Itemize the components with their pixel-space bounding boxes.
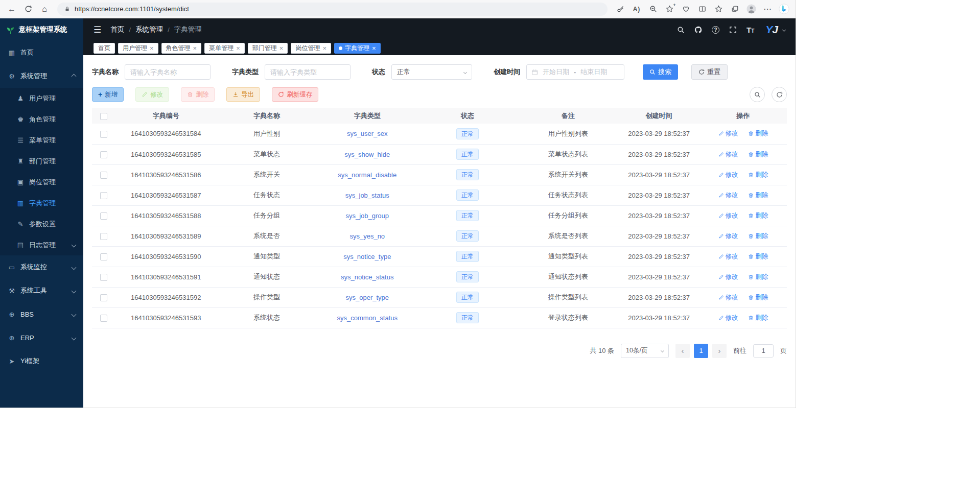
sidebar-item-log[interactable]: ▤ 日志管理 (0, 234, 83, 255)
row-checkbox[interactable] (100, 315, 107, 322)
row-delete-link[interactable]: 删除 (748, 191, 768, 200)
close-icon[interactable]: × (322, 45, 326, 52)
close-icon[interactable]: × (372, 45, 376, 52)
close-icon[interactable]: × (150, 45, 154, 52)
tab-2[interactable]: 角色管理× (161, 43, 202, 54)
sidebar-item-bbs[interactable]: ⊕ BBS (0, 302, 83, 326)
dict-type-link[interactable]: sys_common_status (337, 314, 398, 322)
breadcrumb-item[interactable]: 系统管理 (135, 25, 163, 34)
row-delete-link[interactable]: 删除 (748, 129, 768, 138)
sidebar-item-role[interactable]: ♚ 角色管理 (0, 109, 83, 130)
key-icon[interactable] (613, 2, 628, 17)
tab-5[interactable]: 岗位管理× (291, 43, 331, 54)
zoom-out-icon[interactable] (645, 2, 661, 17)
sidebar-item-yi[interactable]: ➤ Yi框架 (0, 349, 83, 373)
more-icon[interactable]: ⋯ (760, 2, 775, 17)
refresh-table-button[interactable] (772, 87, 787, 102)
sidebar-item-home[interactable]: ▦ 首页 (0, 41, 83, 64)
dict-type-link[interactable]: sys_yes_no (349, 232, 385, 240)
row-delete-link[interactable]: 删除 (748, 211, 768, 220)
collections-icon[interactable] (727, 2, 742, 17)
sidebar-item-monitor[interactable]: ▭ 系统监控 (0, 255, 83, 279)
home-icon[interactable]: ⌂ (37, 2, 52, 17)
search-button[interactable]: 搜索 (643, 64, 678, 80)
essentials-icon[interactable] (678, 2, 693, 17)
dict-type-input[interactable] (265, 64, 351, 80)
row-checkbox[interactable] (100, 233, 107, 240)
row-delete-link[interactable]: 删除 (748, 232, 768, 241)
row-checkbox[interactable] (100, 274, 107, 281)
favorites-icon[interactable] (711, 2, 726, 17)
dict-type-link[interactable]: sys_show_hide (344, 151, 390, 158)
chevron-down-icon[interactable] (782, 28, 786, 31)
row-delete-link[interactable]: 删除 (748, 273, 768, 281)
row-delete-link[interactable]: 删除 (748, 252, 768, 261)
sidebar-item-dict[interactable]: ▥ 字典管理 (0, 193, 83, 213)
profile-avatar[interactable] (743, 2, 759, 17)
back-icon[interactable]: ← (4, 2, 19, 17)
dict-name-input[interactable] (125, 64, 211, 80)
row-edit-link[interactable]: 修改 (718, 252, 738, 261)
delete-button[interactable]: 删除 (181, 87, 215, 102)
row-edit-link[interactable]: 修改 (718, 191, 738, 200)
row-edit-link[interactable]: 修改 (718, 273, 738, 281)
breadcrumb-item[interactable]: 首页 (110, 25, 124, 34)
corner-logo[interactable]: YJ (765, 23, 778, 36)
edit-button[interactable]: 修改 (135, 87, 169, 102)
row-edit-link[interactable]: 修改 (718, 150, 738, 159)
bing-icon[interactable] (776, 2, 791, 17)
read-aloud-icon[interactable]: A) (629, 2, 644, 17)
sidebar-item-menu[interactable]: ☰ 菜单管理 (0, 130, 83, 151)
row-checkbox[interactable] (100, 253, 107, 260)
row-edit-link[interactable]: 修改 (718, 171, 738, 179)
row-delete-link[interactable]: 删除 (748, 150, 768, 159)
tab-3[interactable]: 菜单管理× (204, 43, 245, 54)
tab-4[interactable]: 部门管理× (248, 43, 288, 54)
menu-toggle-icon[interactable]: ☰ (94, 25, 101, 35)
dict-type-link[interactable]: sys_notice_type (343, 253, 391, 260)
dict-type-link[interactable]: sys_job_status (345, 192, 389, 199)
row-delete-link[interactable]: 删除 (748, 171, 768, 179)
next-page-button[interactable]: › (712, 344, 727, 358)
close-icon[interactable]: × (236, 45, 240, 52)
row-checkbox[interactable] (100, 131, 107, 138)
dict-type-link[interactable]: sys_oper_type (345, 294, 389, 301)
dict-type-link[interactable]: sys_notice_status (341, 273, 393, 281)
question-icon[interactable]: ? (712, 26, 719, 34)
sidebar-item-config[interactable]: ✎ 参数设置 (0, 213, 83, 234)
split-screen-icon[interactable] (694, 2, 710, 17)
dict-type-link[interactable]: sys_user_sex (347, 130, 387, 137)
breadcrumb-item[interactable]: 字典管理 (174, 25, 202, 34)
sidebar-item-tools[interactable]: ⚒ 系统工具 (0, 279, 83, 302)
sidebar-item-post[interactable]: ▣ 岗位管理 (0, 172, 83, 193)
row-edit-link[interactable]: 修改 (718, 314, 738, 322)
row-checkbox[interactable] (100, 151, 107, 158)
close-icon[interactable]: × (193, 45, 197, 52)
row-delete-link[interactable]: 删除 (748, 314, 768, 322)
refresh-cache-button[interactable]: 刷新缓存 (272, 87, 318, 102)
sidebar-item-user[interactable]: ♟ 用户管理 (0, 88, 83, 109)
search-icon[interactable] (677, 26, 685, 34)
tab-6[interactable]: 字典管理× (334, 43, 381, 54)
row-edit-link[interactable]: 修改 (718, 232, 738, 241)
tab-1[interactable]: 用户管理× (118, 43, 158, 54)
select-all-checkbox[interactable] (100, 113, 107, 120)
font-size-icon[interactable]: TT (746, 26, 754, 34)
row-edit-link[interactable]: 修改 (718, 211, 738, 220)
current-page-button[interactable]: 1 (694, 344, 708, 358)
sidebar-item-erp[interactable]: ⊕ ERP (0, 326, 83, 349)
close-icon[interactable]: × (279, 45, 284, 52)
date-range-picker[interactable]: 开始日期 - 结束日期 (526, 64, 624, 80)
goto-page-input[interactable] (753, 344, 774, 358)
row-checkbox[interactable] (100, 192, 107, 199)
row-delete-link[interactable]: 删除 (748, 293, 768, 302)
row-edit-link[interactable]: 修改 (718, 293, 738, 302)
github-icon[interactable] (694, 26, 702, 34)
page-size-select[interactable]: 10条/页 (621, 344, 669, 358)
status-select[interactable]: 正常 (391, 64, 472, 80)
row-checkbox[interactable] (100, 172, 107, 179)
favorite-add-icon[interactable]: + (662, 2, 677, 17)
row-checkbox[interactable] (100, 294, 107, 301)
tab-0[interactable]: 首页 (94, 43, 115, 54)
refresh-icon[interactable] (20, 2, 36, 17)
